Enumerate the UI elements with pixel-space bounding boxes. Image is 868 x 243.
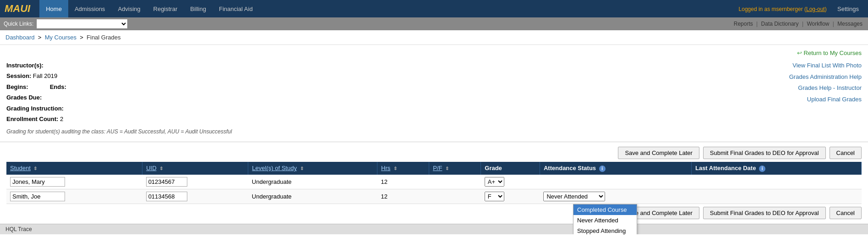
attendance-cell-2: Never Attended Completed Course Stopped …: [540, 189, 691, 204]
uid-input-2[interactable]: [146, 192, 187, 201]
col-uid-sort[interactable]: UID: [146, 165, 156, 171]
sort-icon-hrs: ⇕: [393, 166, 397, 171]
workflow-link[interactable]: Workflow: [807, 21, 829, 27]
grade-select-2[interactable]: F A+ A A- B+ B B- C+ C C- D+ D D-: [485, 192, 504, 201]
table-section: Save and Complete Later Submit Final Gra…: [0, 142, 868, 224]
grades-admin-help-link[interactable]: Grades Administration Help: [789, 72, 862, 83]
nav-tab-registrar[interactable]: Registrar: [147, 0, 184, 17]
info-links-row: Instructor(s): Session: Fall 2019 Begins…: [6, 60, 862, 137]
instructors-row: Instructor(s):: [6, 60, 232, 71]
grading-instruction-row: Grading Instruction:: [6, 103, 232, 114]
col-last-date: Last Attendance Date i: [691, 162, 861, 175]
return-to-my-courses-link[interactable]: ↩Return to My Courses: [797, 50, 862, 56]
grading-instruction-label: Grading Instruction:: [6, 105, 64, 112]
pf-cell-2: [429, 189, 481, 204]
uid-input-1[interactable]: [146, 177, 187, 187]
course-info: Instructor(s): Session: Fall 2019 Begins…: [6, 60, 232, 137]
attendance-cell-1: [540, 175, 691, 189]
instructors-label: Instructor(s):: [6, 62, 44, 69]
sort-icon-level: ⇕: [300, 166, 304, 171]
hql-trace-label: HQL Trace: [5, 226, 32, 232]
col-attendance: Attendance Status i: [540, 162, 691, 175]
grades-due-row: Grades Due:: [6, 92, 232, 103]
breadcrumb: Dashboard > My Courses > Final Grades: [0, 30, 868, 45]
student-name-input-2[interactable]: [10, 192, 65, 201]
nav-tab-financial-aid[interactable]: Financial Aid: [213, 0, 259, 17]
dd-option-stopped-attending[interactable]: Stopped Attending: [573, 226, 637, 234]
submit-deo-button-top[interactable]: Submit Final Grades to DEO for Approval: [703, 147, 826, 159]
table-row: Undergraduate 12 A+ A A- B+ B B- C+ C C-…: [6, 175, 862, 189]
breadcrumb-dashboard[interactable]: Dashboard: [5, 34, 35, 41]
separator-2: |: [802, 21, 805, 27]
breadcrumb-my-courses[interactable]: My Courses: [45, 34, 76, 41]
main-content: ↩Return to My Courses Instructor(s): Ses…: [0, 45, 868, 142]
uid-cell-2: [142, 189, 248, 204]
grade-cell-1: A+ A A- B+ B B- C+ C C- D+ D D- F: [481, 175, 540, 189]
dd-option-never-attended[interactable]: Never Attended: [573, 215, 637, 226]
top-nav-bar: MAUI Home Admissions Advising Registrar …: [0, 0, 868, 17]
separator-3: |: [833, 21, 835, 27]
col-pf-sort[interactable]: P/F: [433, 165, 442, 171]
enrollment-count-value: 2: [60, 116, 63, 122]
grade-cell-2: F A+ A A- B+ B B- C+ C C- D+ D D-: [481, 189, 540, 204]
attendance-dropdown[interactable]: Completed Course Never Attended Stopped …: [573, 204, 637, 234]
last-date-info-icon[interactable]: i: [759, 166, 765, 172]
grades-table: Student ⇕ UID ⇕ Level(s) of Study ⇕ Hrs …: [6, 162, 862, 204]
nav-tab-admissions[interactable]: Admissions: [68, 0, 111, 17]
logged-in-text: Logged in as msernberger (: [739, 6, 806, 12]
session-row: Session: Fall 2019: [6, 71, 232, 81]
login-info: Logged in as msernberger (Log-out) Setti…: [739, 6, 863, 12]
col-pf: P/F ⇕: [429, 162, 481, 175]
col-student: Student ⇕: [6, 162, 142, 175]
col-grade: Grade: [481, 162, 540, 175]
col-hrs: Hrs ⇕: [377, 162, 429, 175]
sort-icon-pf: ⇕: [445, 166, 449, 171]
col-level-sort[interactable]: Level(s) of Study: [252, 165, 297, 171]
cancel-button-bottom[interactable]: Cancel: [830, 207, 862, 219]
col-level: Level(s) of Study ⇕: [248, 162, 377, 175]
grade-select-1[interactable]: A+ A A- B+ B B- C+ C C- D+ D D- F: [485, 177, 504, 187]
session-label: Session:: [6, 72, 31, 79]
settings-button[interactable]: Settings: [833, 6, 863, 12]
cancel-button-top[interactable]: Cancel: [830, 147, 862, 159]
grades-help-instructor-link[interactable]: Grades Help - Instructor: [789, 83, 862, 94]
reports-link[interactable]: Reports: [734, 21, 753, 27]
ends-label: Ends:: [50, 83, 66, 90]
view-final-list-link[interactable]: View Final List With Photo: [789, 60, 862, 72]
hrs-cell-2: 12: [377, 189, 429, 204]
col-student-sort[interactable]: Student: [10, 165, 31, 171]
table-header-row: Student ⇕ UID ⇕ Level(s) of Study ⇕ Hrs …: [6, 162, 862, 175]
dd-option-completed[interactable]: Completed Course: [573, 204, 637, 215]
begins-ends-row: Begins: Ends:: [6, 82, 232, 92]
level-cell-1: Undergraduate: [248, 175, 377, 189]
pf-cell-1: [429, 175, 481, 189]
quick-links-select[interactable]: [36, 19, 128, 29]
sort-icon-uid: ⇕: [159, 166, 163, 171]
nav-tab-billing[interactable]: Billing: [184, 0, 213, 17]
enrollment-count-row: Enrollment Count: 2: [6, 114, 232, 124]
level-cell-2: Undergraduate: [248, 189, 377, 204]
last-date-cell-1: [691, 175, 861, 189]
nav-tab-advising[interactable]: Advising: [111, 0, 147, 17]
logout-link[interactable]: Log-out: [806, 6, 825, 12]
messages-link[interactable]: Messages: [837, 21, 863, 27]
data-dictionary-link[interactable]: Data Dictionary: [761, 21, 799, 27]
submit-deo-button-bottom[interactable]: Submit Final Grades to DEO for Approval: [703, 207, 826, 219]
table-row: Undergraduate 12 F A+ A A- B+ B B- C+ C …: [6, 189, 862, 204]
student-name-input-1[interactable]: [10, 177, 65, 187]
upload-final-grades-link[interactable]: Upload Final Grades: [789, 94, 862, 105]
col-hrs-sort[interactable]: Hrs: [381, 165, 390, 171]
grading-note: Grading for student(s) auditing the clas…: [6, 127, 232, 137]
nav-tab-home[interactable]: Home: [39, 0, 68, 17]
save-complete-later-button-top[interactable]: Save and Complete Later: [618, 147, 699, 159]
return-row: ↩Return to My Courses: [6, 50, 862, 56]
grades-due-label: Grades Due:: [6, 94, 42, 101]
side-links: View Final List With Photo Grades Admini…: [789, 60, 862, 137]
uid-cell-1: [142, 175, 248, 189]
student-cell-1: [6, 175, 142, 189]
begins-label: Begins:: [6, 83, 28, 90]
sort-icon-student: ⇕: [33, 166, 37, 171]
attendance-info-icon[interactable]: i: [599, 166, 606, 172]
attendance-select-2[interactable]: Never Attended Completed Course Stopped …: [543, 192, 605, 201]
col-uid: UID ⇕: [142, 162, 248, 175]
